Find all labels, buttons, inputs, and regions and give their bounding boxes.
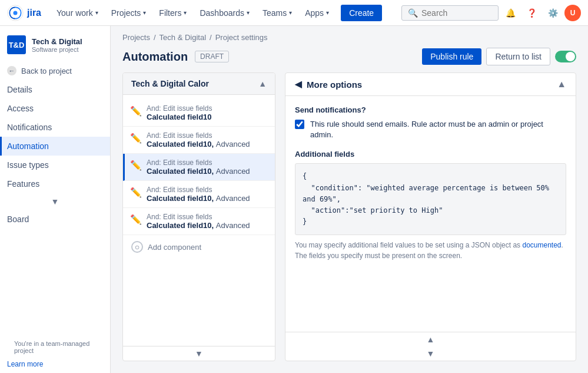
sidebar-item-notifications[interactable]: Notifications (0, 118, 110, 137)
search-input[interactable] (421, 8, 492, 18)
rule-item-5[interactable]: ✏️ And: Edit issue fields Calculated fie… (123, 208, 275, 235)
sidebar: T&D Tech & Digital Software project ← Ba… (0, 26, 111, 373)
learn-more-link[interactable]: Learn more (7, 360, 43, 368)
options-panel: ◀ More options ▲ Send notifications? Thi… (285, 72, 576, 361)
search-icon: 🔍 (408, 8, 418, 18)
sidebar-project: T&D Tech & Digital Software project (0, 26, 110, 61)
publish-rule-button[interactable]: Publish rule (422, 48, 481, 65)
rule-item-label-5: And: Edit issue fields (147, 213, 268, 221)
documented-link[interactable]: documented (522, 241, 561, 249)
page-header: Automation DRAFT Publish rule Return to … (111, 45, 588, 72)
chevron-down-icon: ▾ (95, 9, 98, 16)
scroll-down-arrow[interactable]: ▼ (123, 346, 275, 361)
settings-button[interactable]: ⚙️ (543, 4, 562, 22)
project-info: Tech & Digital Software project (32, 37, 82, 53)
options-expand-icon[interactable]: ▲ (557, 79, 566, 90)
avatar[interactable]: U (564, 5, 581, 21)
sidebar-item-automation[interactable]: Automation (0, 137, 110, 156)
svg-point-1 (14, 11, 18, 15)
code-editor[interactable]: { "condition": "weighted average percent… (295, 163, 566, 235)
add-circle-icon: ○ (131, 241, 143, 253)
notifications-button[interactable]: 🔔 (501, 4, 520, 22)
edit-icon-4: ✏️ (130, 187, 142, 198)
back-icon: ← (7, 66, 16, 75)
back-label: Back to project (21, 67, 72, 75)
chevron-down-icon: ▾ (247, 9, 250, 16)
chevron-down-icon: ▾ (184, 9, 187, 16)
rule-item-value-4: Calculated field10, Advanced (147, 194, 268, 203)
breadcrumb-tech-digital[interactable]: Tech & Digital (160, 33, 206, 42)
rule-item-label-2: And: Edit issue fields (147, 131, 268, 140)
edit-icon-5: ✏️ (130, 214, 142, 225)
project-icon: T&D (7, 35, 26, 54)
your-work-menu[interactable]: Your work ▾ (51, 5, 104, 21)
collapse-icon[interactable]: ◀ (295, 79, 302, 90)
help-button[interactable]: ❓ (522, 4, 541, 22)
sidebar-item-features[interactable]: Features (0, 174, 110, 193)
breadcrumb: Projects / Tech & Digital / Project sett… (111, 26, 588, 45)
rule-panel: Tech & Digital Calor ▲ ✏️ And: Edit issu… (122, 72, 275, 361)
main-layout: T&D Tech & Digital Software project ← Ba… (0, 26, 588, 373)
options-header: ◀ More options ▲ (285, 73, 576, 96)
content-area: Tech & Digital Calor ▲ ✏️ And: Edit issu… (111, 72, 588, 373)
back-to-project[interactable]: ← Back to project (0, 61, 110, 80)
search-bar[interactable]: 🔍 (401, 5, 499, 21)
options-scroll-down[interactable]: ▼ (285, 346, 576, 361)
projects-menu[interactable]: Projects ▾ (105, 5, 152, 21)
hint-text: You may specify additional field values … (295, 240, 566, 261)
return-to-list-button[interactable]: Return to list (486, 48, 550, 65)
send-notifications-section: Send notifications? This rule should sen… (295, 105, 566, 140)
rule-panel-title: Tech & Digital Calor (131, 79, 209, 88)
topnav-nav: Your work ▾ Projects ▾ Filters ▾ Dashboa… (51, 5, 382, 21)
sidebar-nav: Details Access Notifications Automation … (0, 80, 110, 333)
sidebar-item-board[interactable]: Board (0, 210, 110, 229)
page-title: Automation (122, 50, 188, 64)
chevron-down-icon: ▾ (326, 9, 329, 16)
rule-item-value-2: Calculated field10, Advanced (147, 140, 268, 148)
rule-item-3[interactable]: ✏️ And: Edit issue fields Calculated fie… (123, 154, 275, 181)
rule-panel-header: Tech & Digital Calor ▲ (123, 73, 275, 95)
add-component-button[interactable]: ○ Add component (123, 235, 275, 259)
rule-panel-scroll[interactable]: ✏️ And: Edit issue fields Calculated fie… (123, 95, 275, 346)
rule-item-2[interactable]: ✏️ And: Edit issue fields Calculated fie… (123, 127, 275, 154)
rule-item-value-5: Calculated field10, Advanced (147, 221, 268, 230)
rule-item-label-1: And: Edit issue fields (147, 104, 268, 113)
add-component-label: Add component (148, 243, 201, 252)
breadcrumb-project-settings[interactable]: Project settings (215, 33, 268, 42)
topnav: jira Your work ▾ Projects ▾ Filters ▾ Da… (0, 0, 588, 26)
main-content: Projects / Tech & Digital / Project sett… (111, 26, 588, 373)
dashboards-menu[interactable]: Dashboards ▾ (194, 5, 255, 21)
additional-fields-section: Additional fields { "condition": "weight… (295, 150, 566, 261)
sidebar-footer: You're in a team-managed project Learn m… (0, 333, 110, 373)
sidebar-item-access[interactable]: Access (0, 99, 110, 118)
sidebar-expand-board[interactable]: ▼ (0, 193, 110, 210)
breadcrumb-projects[interactable]: Projects (122, 33, 150, 42)
scroll-up-icon[interactable]: ▲ (258, 79, 267, 88)
filters-menu[interactable]: Filters ▾ (153, 5, 192, 21)
teams-menu[interactable]: Teams ▾ (257, 5, 298, 21)
options-scroll[interactable]: Send notifications? This rule should sen… (285, 96, 576, 332)
sidebar-item-details[interactable]: Details (0, 80, 110, 99)
rule-item-1[interactable]: ✏️ And: Edit issue fields Calculated fie… (123, 100, 275, 127)
chevron-down-icon: ▾ (143, 9, 146, 16)
team-badge: You're in a team-managed project (7, 338, 103, 359)
send-notifications-label: Send notifications? (295, 105, 566, 114)
rule-item-label-4: And: Edit issue fields (147, 186, 268, 194)
options-scroll-up[interactable]: ▲ (285, 332, 576, 346)
edit-icon-2: ✏️ (130, 133, 142, 144)
sidebar-item-issue-types[interactable]: Issue types (0, 156, 110, 174)
create-button[interactable]: Create (341, 5, 382, 21)
logo[interactable]: jira (7, 5, 41, 21)
rule-item-4[interactable]: ✏️ And: Edit issue fields Calculated fie… (123, 181, 275, 208)
apps-menu[interactable]: Apps ▾ (299, 5, 335, 21)
rule-item-value-3: Calculated field10, Advanced (147, 167, 268, 176)
checkbox-row: This rule should send emails. Rule actor… (295, 119, 566, 140)
edit-icon-1: ✏️ (130, 105, 142, 117)
topnav-right: 🔍 🔔 ❓ ⚙️ U (401, 4, 581, 22)
send-notifications-checkbox[interactable] (295, 120, 304, 129)
project-type: Software project (32, 46, 82, 53)
logo-text: jira (27, 8, 41, 18)
options-title: ◀ More options (295, 79, 362, 90)
toggle-switch[interactable] (555, 51, 576, 62)
checkbox-label: This rule should send emails. Rule actor… (310, 119, 566, 140)
